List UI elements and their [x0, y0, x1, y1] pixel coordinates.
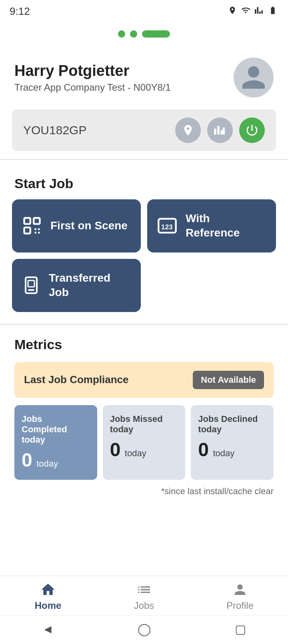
- vehicle-action-icons: [175, 117, 265, 143]
- compliance-bar: Last Job Compliance Not Available: [14, 362, 274, 398]
- profile-section: Harry Potgietter Tracer App Company Test…: [0, 50, 288, 105]
- jobs-declined-value: 0: [198, 439, 209, 460]
- first-on-scene-button[interactable]: First on Scene: [12, 199, 141, 252]
- back-button[interactable]: ◄: [42, 622, 54, 636]
- progress-dot-1: [118, 30, 125, 38]
- nav-items: Home Jobs Profile: [0, 576, 288, 615]
- jobs-declined-today: today: [213, 448, 234, 458]
- svg-text:123: 123: [161, 223, 173, 231]
- wifi-icon: [241, 6, 250, 17]
- avatar[interactable]: [234, 58, 274, 97]
- start-job-title: Start Job: [0, 164, 288, 199]
- profile-name: Harry Potgietter: [14, 62, 171, 80]
- recents-button[interactable]: ▢: [235, 622, 246, 636]
- status-time: 9:12: [10, 5, 30, 18]
- jobs-completed-value: 0: [22, 449, 32, 471]
- progress-dot-2: [130, 30, 137, 38]
- jobs-missed-today: today: [125, 448, 146, 458]
- compliance-label: Last Job Compliance: [24, 374, 129, 386]
- jobs-missed-card: Jobs Missed today 0 today: [103, 405, 186, 480]
- section-divider-1: [0, 159, 288, 160]
- metrics-note: *since last install/cache clear: [14, 486, 274, 505]
- svg-rect-2: [24, 228, 30, 234]
- jobs-declined-label: Jobs Declined today: [198, 414, 266, 435]
- svg-rect-5: [35, 232, 36, 234]
- with-reference-button[interactable]: 123 WithReference: [147, 199, 276, 252]
- profile-info: Harry Potgietter Tracer App Company Test…: [14, 62, 171, 93]
- jobs-completed-today: today: [36, 459, 58, 469]
- vehicle-id: YOU182GP: [23, 123, 86, 137]
- svg-rect-4: [38, 229, 40, 230]
- nav-home-label: Home: [35, 600, 62, 611]
- profile-company: Tracer App Company Test - N00Y8/1: [14, 82, 171, 93]
- compliance-badge: Not Available: [193, 371, 264, 389]
- svg-rect-3: [35, 229, 36, 230]
- first-on-scene-label: First on Scene: [50, 219, 128, 233]
- with-reference-label: WithReference: [186, 211, 240, 241]
- jobs-missed-label: Jobs Missed today: [110, 414, 178, 435]
- nav-jobs[interactable]: Jobs: [112, 582, 176, 611]
- svg-rect-6: [38, 232, 40, 234]
- signal-icon: [254, 6, 263, 17]
- jobs-missed-value: 0: [110, 439, 121, 460]
- home-button[interactable]: ◯: [138, 622, 151, 636]
- metrics-title: Metrics: [14, 337, 274, 352]
- vehicle-bar: YOU182GP: [12, 109, 276, 151]
- metrics-grid: Jobs Completed today 0 today Jobs Missed…: [14, 405, 274, 480]
- job-buttons-grid: First on Scene 123 WithReference Transfe…: [0, 199, 288, 312]
- nav-jobs-label: Jobs: [134, 600, 154, 611]
- nav-profile[interactable]: Profile: [208, 582, 272, 611]
- nav-home[interactable]: Home: [16, 582, 80, 611]
- stats-button[interactable]: [207, 117, 233, 143]
- transferred-job-button[interactable]: Transferred Job: [12, 259, 141, 312]
- svg-rect-0: [24, 218, 30, 224]
- svg-rect-11: [28, 280, 34, 287]
- bottom-nav: Home Jobs Profile ◄ ◯ ▢: [0, 576, 288, 644]
- jobs-completed-label: Jobs Completed today: [22, 414, 90, 445]
- jobs-completed-card: Jobs Completed today 0 today: [14, 405, 97, 480]
- android-nav: ◄ ◯ ▢: [0, 615, 288, 644]
- location-icon: [228, 6, 237, 17]
- metrics-section: Metrics Last Job Compliance Not Availabl…: [0, 329, 288, 505]
- location-button[interactable]: [175, 117, 201, 143]
- progress-indicator: [0, 22, 288, 50]
- battery-icon: [267, 6, 278, 17]
- transferred-job-label: Transferred Job: [49, 271, 131, 300]
- jobs-declined-card: Jobs Declined today 0 today: [191, 405, 274, 480]
- power-button[interactable]: [239, 117, 265, 143]
- status-icons: [228, 6, 278, 17]
- section-divider-2: [0, 324, 288, 325]
- status-bar: 9:12: [0, 0, 288, 22]
- nav-profile-label: Profile: [226, 600, 254, 611]
- progress-bar-active: [142, 30, 170, 38]
- svg-rect-1: [34, 218, 40, 224]
- start-job-section: Start Job First on Scene 123 WithReferen…: [0, 164, 288, 312]
